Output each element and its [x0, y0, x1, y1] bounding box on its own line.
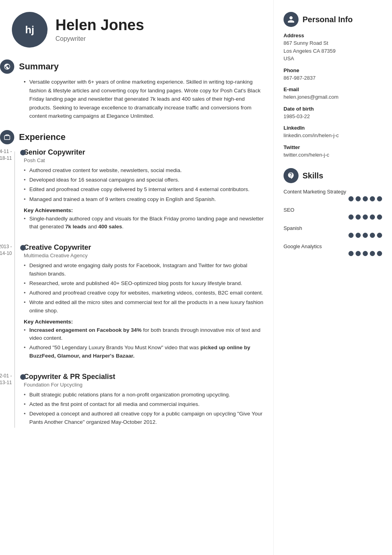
- address-label: Address: [284, 33, 382, 38]
- skill-name-2: SEO: [284, 207, 382, 213]
- achievements-title-1: Key Achievements:: [24, 207, 265, 213]
- skills-svg-icon: [287, 172, 295, 180]
- skill-item-4: Google Analytics: [284, 243, 382, 256]
- timeline-dot-3: [20, 374, 26, 380]
- dot: [363, 196, 368, 201]
- dot: [377, 196, 382, 201]
- bullet-item: Wrote and edited all the micro sites and…: [24, 299, 265, 315]
- phone-label: Phone: [284, 67, 382, 73]
- summary-text: Versatile copywriter with 6+ years of on…: [24, 78, 265, 121]
- timeline-item: 2013 -2014-10 Creative Copywriter Multim…: [24, 243, 265, 362]
- achievements-title-2: Key Achievements:: [24, 319, 265, 325]
- briefcase-icon: [4, 134, 11, 141]
- header-area: hj Helen Jones Copywriter: [12, 12, 265, 48]
- achievement-bullets-1: Single-handedly authored copy and visual…: [24, 215, 265, 231]
- skills-header: Skills: [284, 168, 382, 183]
- personal-info-title: Personal Info: [303, 15, 353, 24]
- bullet-item: Researched, wrote and published 40+ SEO-…: [24, 279, 265, 287]
- phone-item: Phone 867-987-2837: [284, 67, 382, 82]
- timeline-dot-1: [20, 150, 26, 155]
- dot: [348, 233, 354, 238]
- skills-icon: [284, 168, 299, 183]
- achievement-item: Single-handedly authored copy and visual…: [24, 215, 265, 231]
- dot: [348, 251, 354, 256]
- dot: [370, 251, 375, 256]
- bullet-item: Authored creative content for website, n…: [24, 166, 265, 174]
- experience-section: Experience 2014-11 -2018-11 Senior Copyw…: [12, 130, 265, 428]
- dot: [356, 251, 361, 256]
- timeline-item: 2014-11 -2018-11 Senior Copywriter Posh …: [24, 148, 265, 233]
- skill-item-1: Content Marketing Strategy: [284, 189, 382, 201]
- address-value: 867 Sunny Road StLos Angeles CA 87359USA: [284, 39, 382, 63]
- twitter-item: Twitter twitter.com/helen-j-c: [284, 144, 382, 159]
- bullet-item: Managed and trained a team of 9 writers …: [24, 195, 265, 203]
- dot: [348, 214, 354, 220]
- experience-icon: [0, 130, 14, 144]
- bullet-item: Built strategic public relations plans f…: [24, 391, 265, 399]
- skill-name-1: Content Marketing Strategy: [284, 189, 382, 195]
- skills-title: Skills: [303, 171, 323, 180]
- summary-icon: [0, 59, 14, 74]
- phone-value: 867-987-2837: [284, 74, 382, 82]
- job-title-2: Creative Copywriter: [24, 243, 265, 252]
- bullet-item: Designed and wrote engaging daily posts …: [24, 262, 265, 278]
- achievement-item: Increased engagement on Facebook by 34% …: [24, 326, 265, 343]
- skill-dots-1: [284, 196, 382, 201]
- bullet-item: Developed ideas for 16 seasonal campaign…: [24, 176, 265, 184]
- skill-name-4: Google Analytics: [284, 243, 382, 249]
- bullet-item: Edited and proofread creative copy deliv…: [24, 186, 265, 193]
- dot: [377, 251, 382, 256]
- job-title-1: Senior Copywriter: [24, 148, 265, 157]
- skills-section: Skills Content Marketing Strategy SEO: [284, 168, 382, 256]
- skill-item-2: SEO: [284, 207, 382, 220]
- linkedin-label: LinkedIn: [284, 125, 382, 131]
- header-text: Helen Jones Copywriter: [55, 17, 144, 42]
- dot: [370, 233, 375, 238]
- bullet-item: Developed a concept and authored all cre…: [24, 410, 265, 426]
- summary-title: Summary: [19, 61, 59, 72]
- dot: [363, 214, 368, 220]
- skill-dots-3: [284, 233, 382, 238]
- company-2: Multimedia Creative Agency: [24, 253, 265, 258]
- summary-section: Summary Versatile copywriter with 6+ yea…: [12, 59, 265, 121]
- email-label: E-mail: [284, 86, 382, 92]
- bullet-item: Acted as the first point of contact for …: [24, 400, 265, 408]
- dot: [348, 196, 354, 201]
- job-bullets-1: Authored creative content for website, n…: [24, 166, 265, 203]
- dob-value: 1985-03-22: [284, 113, 382, 121]
- achievement-item: Authored "50 Legendary Luxury Brands You…: [24, 344, 265, 360]
- job-content-2: Creative Copywriter Multimedia Creative …: [24, 243, 265, 362]
- email-value: helen.jones@gmail.com: [284, 93, 382, 101]
- timeline-item: 2012-01 -2013-11 Copywriter & PR Special…: [24, 373, 265, 428]
- skill-name-3: Spanish: [284, 225, 382, 231]
- skill-item-3: Spanish: [284, 225, 382, 238]
- personal-info-section: Personal Info Address 867 Sunny Road StL…: [284, 12, 382, 159]
- job-date-3: 2012-01 -2013-11: [0, 373, 12, 428]
- candidate-title: Copywriter: [55, 35, 144, 42]
- dob-item: Date of birth 1985-03-22: [284, 106, 382, 121]
- dot: [356, 233, 361, 238]
- personal-info-header: Personal Info: [284, 12, 382, 27]
- job-date-1: 2014-11 -2018-11: [0, 148, 12, 233]
- job-content-3: Copywriter & PR Specialist Foundation Fo…: [24, 373, 265, 428]
- achievement-bullets-2: Increased engagement on Facebook by 34% …: [24, 326, 265, 360]
- email-item: E-mail helen.jones@gmail.com: [284, 86, 382, 101]
- candidate-name: Helen Jones: [55, 17, 144, 34]
- dot: [356, 214, 361, 220]
- company-3: Foundation For Upcycling: [24, 382, 265, 388]
- person-icon: [287, 15, 295, 23]
- linkedin-value: linkedin.com/in/helen-j-c: [284, 132, 382, 140]
- personal-info-icon: [284, 12, 299, 27]
- job-title-3: Copywriter & PR Specialist: [24, 373, 265, 381]
- company-1: Posh Cat: [24, 157, 265, 163]
- job-date-2: 2013 -2014-10: [0, 243, 12, 362]
- dob-label: Date of birth: [284, 106, 382, 112]
- linkedin-item: LinkedIn linkedin.com/in/helen-j-c: [284, 125, 382, 140]
- twitter-label: Twitter: [284, 144, 382, 150]
- right-column: Personal Info Address 867 Sunny Road StL…: [273, 0, 392, 555]
- dot: [363, 233, 368, 238]
- left-column: hj Helen Jones Copywriter Summary Versat…: [0, 0, 273, 555]
- summary-header: Summary: [0, 59, 265, 74]
- key-achievements-2: Key Achievements: Increased engagement o…: [24, 319, 265, 360]
- experience-header: Experience: [0, 130, 265, 144]
